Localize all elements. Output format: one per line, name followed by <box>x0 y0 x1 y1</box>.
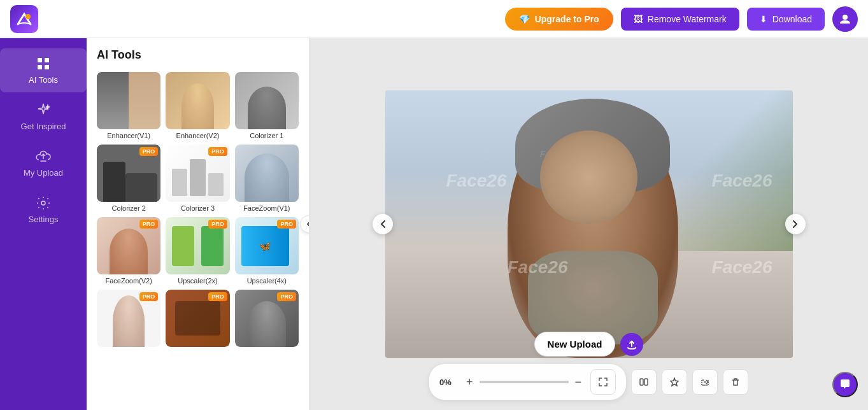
fullscreen-icon <box>598 377 608 387</box>
compare-button[interactable] <box>631 369 657 395</box>
sidebar: AI Tools Get Inspired My Upload Settings <box>0 38 87 410</box>
svg-rect-8 <box>640 379 643 385</box>
tool-card-colorizer-3[interactable]: PRO Colorizer 3 <box>166 145 229 212</box>
tool-label-upscaler-2x: Upscaler(2x) <box>166 277 229 285</box>
share-button[interactable] <box>692 369 718 395</box>
bottom-toolbar-row: 0% + − <box>429 364 748 400</box>
collapse-panel-button[interactable] <box>300 215 309 233</box>
sidebar-settings-label: Settings <box>29 215 59 224</box>
tool-label-colorizer-1: Colorizer 1 <box>235 132 299 139</box>
sidebar-item-get-inspired[interactable]: Get Inspired <box>0 95 87 139</box>
pro-badge-row4b: PRO <box>208 292 227 301</box>
next-image-button[interactable] <box>785 214 806 234</box>
prev-image-button[interactable] <box>373 214 393 234</box>
tools-panel: AI Tools Enhancer(V1) Enhancer(V2) <box>87 38 309 410</box>
share-icon <box>700 377 710 387</box>
tool-card-facezoom-v1[interactable]: FaceZoom(V1) <box>235 145 299 212</box>
chevron-left-nav-icon <box>380 220 386 229</box>
tool-card-row4a[interactable]: PRO <box>97 290 160 347</box>
new-upload-label: New Upload <box>548 339 602 350</box>
svg-point-1 <box>843 15 848 20</box>
tool-card-colorizer-1[interactable]: Colorizer 1 <box>235 72 299 139</box>
zoom-out-icon: − <box>575 376 582 389</box>
star-icon <box>669 377 679 387</box>
tool-label-colorizer-3: Colorizer 3 <box>166 204 229 212</box>
preview-image: Face26 Face26 Face26 Face26 Face26 <box>385 90 793 358</box>
zoom-controls: 0% + − <box>429 364 626 400</box>
upload-arrow-icon <box>626 339 637 350</box>
upgrade-to-pro-button[interactable]: 💎 Upgrade to Pro <box>505 8 613 31</box>
upgrade-label: Upgrade to Pro <box>535 14 599 24</box>
pro-badge-upscaler-2x: PRO <box>208 220 227 229</box>
download-label: Download <box>772 14 812 24</box>
fullscreen-button[interactable] <box>590 369 616 395</box>
sidebar-get-inspired-label: Get Inspired <box>21 122 66 131</box>
zoom-in-icon: + <box>466 376 473 389</box>
remove-watermark-button[interactable]: 🖼 Remove Watermark <box>621 8 739 31</box>
sidebar-item-my-upload[interactable]: My Upload <box>0 141 87 185</box>
download-icon: ⬇ <box>760 14 767 24</box>
sidebar-item-settings[interactable]: Settings <box>0 188 87 232</box>
zoom-slider[interactable] <box>480 381 569 383</box>
pro-badge-colorizer-3: PRO <box>208 147 227 156</box>
preview-image-container: Face26 Face26 Face26 Face26 Face26 <box>385 90 793 358</box>
tool-label-enhancer-v1: Enhancer(V1) <box>97 132 160 139</box>
svg-rect-2 <box>38 58 42 62</box>
app-logo[interactable] <box>10 5 38 33</box>
bottom-controls: New Upload 0% + <box>309 332 868 400</box>
header: 💎 Upgrade to Pro 🖼 Remove Watermark ⬇ Do… <box>0 0 868 38</box>
sidebar-my-upload-label: My Upload <box>24 168 63 178</box>
compare-icon <box>639 377 649 387</box>
settings-icon <box>36 195 51 211</box>
chevron-left-icon <box>305 220 309 228</box>
tool-card-enhancer-v2[interactable]: Enhancer(V2) <box>166 72 229 139</box>
tool-label-colorizer-2: Colorizer 2 <box>97 204 160 212</box>
diamond-icon: 💎 <box>519 14 530 24</box>
trash-icon <box>730 377 741 387</box>
favorite-button[interactable] <box>662 369 687 395</box>
download-button[interactable]: ⬇ Download <box>747 8 825 31</box>
chat-bubble-button[interactable] <box>832 372 858 397</box>
main-layout: AI Tools Get Inspired My Upload Settings <box>0 38 868 410</box>
zoom-percentage: 0% <box>439 378 460 387</box>
sidebar-item-ai-tools[interactable]: AI Tools <box>0 48 87 92</box>
tools-panel-title: AI Tools <box>97 48 299 62</box>
chevron-right-nav-icon <box>792 220 799 229</box>
zoom-out-button[interactable]: − <box>575 376 582 389</box>
chat-icon <box>839 378 851 391</box>
svg-rect-4 <box>38 65 42 69</box>
svg-point-0 <box>25 14 31 19</box>
tool-card-row4c[interactable]: PRO <box>235 290 299 347</box>
image-icon: 🖼 <box>634 14 643 24</box>
grid-icon <box>36 56 51 71</box>
pro-badge-upscaler-4x: PRO <box>277 220 296 229</box>
pro-badge-facezoom-v2: PRO <box>139 220 159 229</box>
new-upload-button[interactable]: New Upload <box>534 332 616 357</box>
svg-rect-5 <box>45 65 49 69</box>
svg-point-7 <box>41 201 45 205</box>
tool-card-upscaler-4x[interactable]: 🦋 PRO Upscaler(4x) <box>235 217 299 285</box>
tool-card-colorizer-2[interactable]: PRO Colorizer 2 <box>97 145 160 212</box>
user-avatar-button[interactable] <box>832 6 858 32</box>
tool-label-enhancer-v2: Enhancer(V2) <box>166 132 229 139</box>
delete-button[interactable] <box>723 369 748 395</box>
pro-badge-row4a: PRO <box>139 292 159 301</box>
tool-label-facezoom-v1: FaceZoom(V1) <box>235 204 299 212</box>
preview-area: Face26 Face26 Face26 Face26 Face26 <box>309 38 868 410</box>
remove-watermark-label: Remove Watermark <box>648 14 727 24</box>
tool-card-row4b[interactable]: PRO <box>166 290 229 347</box>
sidebar-ai-tools-label: AI Tools <box>29 75 58 85</box>
tool-label-upscaler-4x: Upscaler(4x) <box>235 277 299 285</box>
tool-card-upscaler-2x[interactable]: PRO Upscaler(2x) <box>166 217 229 285</box>
tools-grid: Enhancer(V1) Enhancer(V2) Colorizer 1 <box>97 72 299 347</box>
pro-badge-row4c: PRO <box>277 292 296 301</box>
tool-card-enhancer-v1[interactable]: Enhancer(V1) <box>97 72 160 139</box>
pro-badge-colorizer-2: PRO <box>139 147 159 156</box>
upload-cloud-icon <box>36 149 51 164</box>
upload-icon-button[interactable] <box>620 333 643 356</box>
tool-label-facezoom-v2: FaceZoom(V2) <box>97 277 160 285</box>
tool-card-facezoom-v2[interactable]: PRO FaceZoom(V2) <box>97 217 160 285</box>
zoom-in-button[interactable]: + <box>466 376 473 389</box>
svg-rect-3 <box>45 58 49 62</box>
svg-rect-9 <box>644 379 648 385</box>
